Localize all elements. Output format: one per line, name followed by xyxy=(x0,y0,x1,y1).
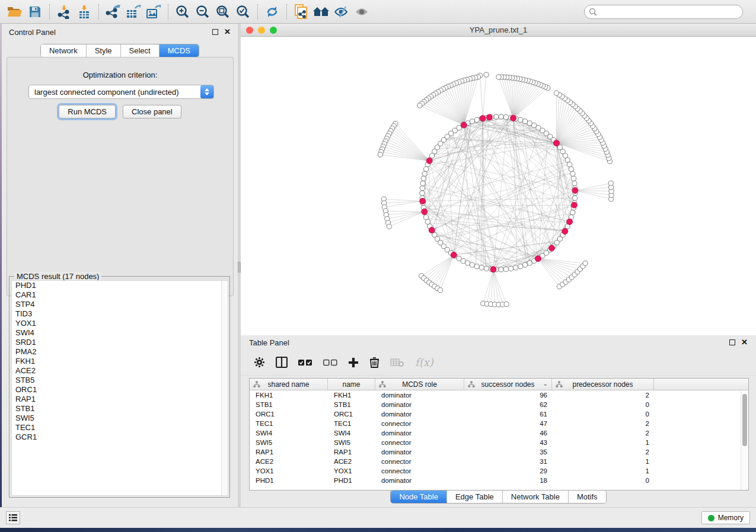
table-row[interactable]: STB1STB1dominator620 xyxy=(250,400,748,409)
table-cell: 0 xyxy=(552,477,654,484)
delete-row-icon[interactable] xyxy=(369,357,379,368)
mcds-result-item[interactable]: ORC1 xyxy=(12,385,228,395)
run-mcds-button[interactable]: Run MCDS xyxy=(59,105,116,118)
mcds-result-item[interactable]: FKH1 xyxy=(12,357,228,366)
table-cell: RAP1 xyxy=(250,448,328,456)
column-header-MCDS-role[interactable]: MCDS role xyxy=(375,379,464,390)
table-cell: PHD1 xyxy=(328,477,375,484)
table-row[interactable]: ORC1ORC1dominator610 xyxy=(250,409,748,419)
show-columns-icon[interactable] xyxy=(276,357,288,368)
export-image-icon[interactable] xyxy=(143,3,164,21)
network-titlebar[interactable]: YPA_prune.txt_1 xyxy=(241,24,756,37)
close-panel-icon[interactable]: ✕ xyxy=(741,339,748,345)
mcds-result-item[interactable]: STP4 xyxy=(12,300,228,309)
tab-edge-table[interactable]: Edge Table xyxy=(447,491,503,503)
mcds-result-item[interactable]: ACE2 xyxy=(12,366,228,376)
import-table-icon[interactable] xyxy=(74,3,94,21)
tab-node-table[interactable]: Node Table xyxy=(391,491,447,503)
table-row[interactable]: RAP1RAP1dominator352 xyxy=(250,447,748,457)
open-folder-icon[interactable] xyxy=(5,3,25,21)
network-graph[interactable] xyxy=(241,37,756,335)
close-panel-icon[interactable]: ✕ xyxy=(224,29,231,35)
table-cell: 31 xyxy=(464,458,552,465)
optimization-criterion-dropdown[interactable]: largest connected component (undirected) xyxy=(28,85,214,99)
column-header-successor-nodes[interactable]: successor nodes⌄ xyxy=(464,379,552,390)
toolbar-separator xyxy=(257,4,258,20)
table-row[interactable]: SWI4SWI4dominator462 xyxy=(250,428,748,438)
export-table-icon[interactable] xyxy=(123,3,143,21)
mcds-result-item[interactable]: STB5 xyxy=(12,376,228,385)
save-icon[interactable] xyxy=(25,3,45,21)
float-panel-icon[interactable] xyxy=(212,29,218,35)
mcds-result-list[interactable]: PHD1CAR1STP4TID3YOX1SWI4SRD1PMA2FKH1ACE2… xyxy=(11,280,228,496)
zoom-fit-icon[interactable] xyxy=(213,3,233,21)
table-row[interactable]: TEC1TEC1connector472 xyxy=(250,419,748,428)
table-row[interactable]: YOX1YOX1connector291 xyxy=(250,466,748,476)
table-panel: Table Panel ✕ f(x) shared namenameMCD xyxy=(241,335,756,507)
table-scrollbar[interactable] xyxy=(741,391,748,490)
table-scrollbar-thumb[interactable] xyxy=(742,394,747,446)
mcds-result-item[interactable]: RAP1 xyxy=(12,395,228,404)
clone-network-icon[interactable] xyxy=(291,3,311,21)
table-row[interactable]: PHD1PHD1dominator180 xyxy=(250,476,748,485)
column-header-shared-name[interactable]: shared name xyxy=(250,379,328,390)
mcds-result-item[interactable]: SWI4 xyxy=(12,328,228,338)
float-panel-icon[interactable] xyxy=(729,339,735,345)
table-row[interactable]: FKH1FKH1dominator962 xyxy=(250,390,748,400)
table-cell: 0 xyxy=(552,411,654,418)
mcds-result-item[interactable]: PMA2 xyxy=(12,347,228,357)
tab-select[interactable]: Select xyxy=(121,44,160,57)
export-network-icon[interactable] xyxy=(103,3,123,21)
select-all-checkboxes-icon[interactable] xyxy=(298,359,312,366)
table-cell: 1 xyxy=(552,458,654,465)
mcds-result-item[interactable]: CAR1 xyxy=(12,290,228,300)
mcds-result-item[interactable]: TID3 xyxy=(12,309,228,319)
table-row[interactable]: ACE2ACE2connector311 xyxy=(250,457,748,466)
tab-network-table[interactable]: Network Table xyxy=(503,491,569,503)
mcds-result-item[interactable]: YOX1 xyxy=(12,319,228,328)
mcds-result-item[interactable]: GCR1 xyxy=(12,432,228,442)
search-input-wrap[interactable] xyxy=(584,5,743,19)
tab-mcds[interactable]: MCDS xyxy=(160,44,199,57)
zoom-selected-icon[interactable] xyxy=(233,3,253,21)
table-cell: ACE2 xyxy=(328,458,375,465)
mcds-result-item[interactable]: SWI5 xyxy=(12,414,228,423)
settings-gear-icon[interactable] xyxy=(254,357,265,368)
table-cell: ORC1 xyxy=(250,411,328,418)
deselect-all-checkboxes-icon[interactable] xyxy=(323,359,337,366)
zoom-in-icon[interactable] xyxy=(173,3,193,21)
table-cell: 47 xyxy=(464,420,552,427)
column-header-predecessor-nodes[interactable]: predecessor nodes xyxy=(552,379,654,390)
column-header-name[interactable]: name xyxy=(328,379,375,390)
table-cell: RAP1 xyxy=(328,448,375,456)
table-cell: STB1 xyxy=(328,401,375,408)
table-cell: 18 xyxy=(464,477,552,484)
table-row[interactable]: SWI5SWI5connector431 xyxy=(250,438,748,447)
mcds-result-item[interactable]: SRD1 xyxy=(12,338,228,347)
memory-button[interactable]: Memory xyxy=(701,511,750,524)
table-cell: dominator xyxy=(375,430,464,437)
show-all-icon[interactable] xyxy=(352,3,372,21)
refresh-layout-icon[interactable] xyxy=(262,3,282,21)
close-panel-button[interactable]: Close panel xyxy=(123,105,181,118)
table-header-row: shared namenameMCDS rolesuccessor nodes⌄… xyxy=(250,379,748,390)
network-canvas[interactable] xyxy=(241,37,756,335)
search-input[interactable] xyxy=(597,7,742,17)
tab-network[interactable]: Network xyxy=(41,44,87,57)
result-list-scrollbar[interactable] xyxy=(221,281,228,495)
show-panels-button[interactable] xyxy=(6,511,20,524)
tab-style[interactable]: Style xyxy=(87,44,121,57)
first-neighbors-icon[interactable] xyxy=(311,3,331,21)
tab-motifs[interactable]: Motifs xyxy=(569,491,606,503)
zoom-out-icon[interactable] xyxy=(193,3,213,21)
sort-indicator-icon: ⌄ xyxy=(543,380,548,387)
add-row-icon[interactable] xyxy=(348,357,359,368)
table-cell: dominator xyxy=(375,411,464,418)
mcds-result-item[interactable]: STB1 xyxy=(12,404,228,414)
import-network-icon[interactable] xyxy=(54,3,74,21)
toolbar-separator xyxy=(49,4,50,20)
mcds-result-item[interactable]: PHD1 xyxy=(12,281,228,290)
table-cell: 46 xyxy=(464,430,552,437)
hide-selected-icon[interactable] xyxy=(331,3,352,21)
mcds-result-item[interactable]: TEC1 xyxy=(12,423,228,432)
